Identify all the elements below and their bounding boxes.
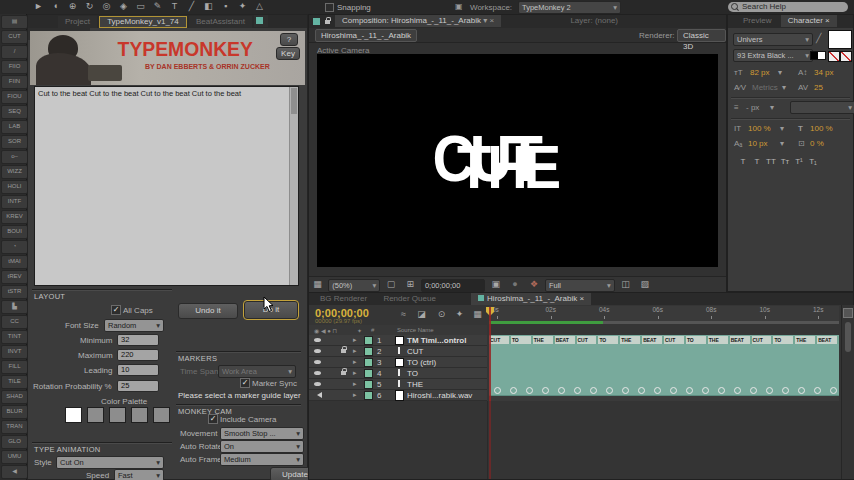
audio-keyframe-dot[interactable] bbox=[814, 387, 821, 394]
tracking-value[interactable]: 25 bbox=[814, 83, 823, 92]
fill-color-swatch[interactable] bbox=[828, 30, 852, 49]
dock-item-7[interactable]: LAB bbox=[1, 120, 28, 134]
zoom-dropdown[interactable]: (50%)▾ bbox=[328, 279, 380, 292]
hide-shy-icon[interactable]: ⊙ bbox=[433, 308, 450, 321]
resolution-dropdown[interactable]: Full▾ bbox=[545, 279, 615, 292]
baseline-shift-value[interactable]: 10 px bbox=[748, 139, 768, 148]
auto-frame-dropdown[interactable]: Medium▾ bbox=[220, 453, 304, 466]
dock-item-12[interactable]: INTF bbox=[1, 195, 28, 209]
dock-item-30[interactable]: ◀ bbox=[1, 465, 28, 479]
lyrics-textarea[interactable]: Cut to the beat Cut to the beat Cut to t… bbox=[34, 86, 299, 286]
dock-item-2[interactable]: / bbox=[1, 45, 28, 59]
dock-item-17[interactable]: tREV bbox=[1, 270, 28, 284]
palette-swatch-3[interactable] bbox=[109, 407, 126, 423]
safe-zones-icon[interactable]: ▢ bbox=[382, 277, 399, 292]
kerning-arrow[interactable]: ▾ bbox=[782, 83, 786, 92]
transparency-grid-icon[interactable]: ▨ bbox=[636, 277, 653, 292]
selection-tool-icon[interactable]: ► bbox=[30, 0, 47, 13]
no-stroke-swatch[interactable] bbox=[840, 51, 852, 62]
dock-item-14[interactable]: BOUI bbox=[1, 225, 28, 239]
movement-dropdown[interactable]: Smooth Stop ...▾ bbox=[220, 427, 304, 440]
dock-item-10[interactable]: WIZZ bbox=[1, 165, 28, 179]
show-snapshot-icon[interactable]: ● bbox=[506, 277, 523, 292]
eyedropper-icon[interactable]: ╱ bbox=[816, 33, 821, 43]
audio-keyframe-dot[interactable] bbox=[606, 387, 613, 394]
shape-tool-icon[interactable]: ▭ bbox=[132, 0, 149, 13]
minimum-field[interactable]: 32 bbox=[117, 334, 159, 346]
audio-keyframe-dot[interactable] bbox=[702, 387, 709, 394]
layer-name[interactable]: THE bbox=[407, 380, 423, 389]
brush-tool-icon[interactable]: ╱ bbox=[183, 0, 200, 13]
label-color-chip[interactable] bbox=[364, 369, 373, 378]
baseline-shift-arrow[interactable]: ▾ bbox=[780, 139, 784, 148]
char-font-size-value[interactable]: 82 px bbox=[750, 68, 770, 77]
timeline-marker-13[interactable]: TO bbox=[773, 336, 795, 344]
dock-item-29[interactable]: UMU bbox=[1, 450, 28, 464]
dock-item-20[interactable]: CC bbox=[1, 315, 28, 329]
stroke-color-swatch[interactable] bbox=[810, 51, 826, 60]
grid-options-icon[interactable]: ▦ bbox=[309, 277, 326, 292]
draft-3d-icon[interactable]: ◪ bbox=[413, 308, 430, 321]
audio-keyframe-dot[interactable] bbox=[798, 387, 805, 394]
speaker-icon[interactable] bbox=[314, 392, 322, 398]
timeline-scrollbar[interactable] bbox=[845, 322, 851, 352]
audio-keyframe-dot[interactable] bbox=[750, 387, 757, 394]
channel-icon[interactable]: ❖ bbox=[526, 277, 543, 292]
text-tool-icon[interactable]: T bbox=[166, 0, 183, 13]
tab-character[interactable]: Character × bbox=[781, 15, 837, 27]
camera-tool-icon[interactable]: ◎ bbox=[98, 0, 115, 13]
faux-style-button-5[interactable]: T¹ bbox=[792, 157, 806, 166]
tab-dropdown-icon[interactable]: ▾ bbox=[483, 16, 487, 25]
stroke-style-dropdown[interactable]: ▾ bbox=[790, 101, 854, 114]
source-name-header[interactable]: Source Name bbox=[397, 327, 434, 333]
snapping-checkbox[interactable] bbox=[325, 3, 334, 12]
stroke-width-arrow[interactable]: ▾ bbox=[770, 103, 774, 112]
renderer-button[interactable]: Classic 3D bbox=[677, 29, 726, 42]
dock-item-19[interactable]: ▙ bbox=[1, 300, 28, 314]
audio-keyframe-dot[interactable] bbox=[590, 387, 597, 394]
lock-icon[interactable] bbox=[341, 371, 346, 375]
layer-row-5[interactable]: ▸5THE bbox=[309, 379, 487, 390]
tab-project[interactable]: Project bbox=[58, 16, 97, 28]
layer-name[interactable]: TO (ctrl) bbox=[407, 358, 436, 367]
expand-arrow-icon[interactable]: ▸ bbox=[353, 336, 357, 344]
frame-blend-icon[interactable]: ✦ bbox=[451, 308, 468, 321]
font-size-dropdown[interactable]: Random▾ bbox=[104, 319, 164, 332]
font-style-dropdown[interactable]: 93 Extra Black ...▾ bbox=[733, 49, 813, 62]
faux-style-button-2[interactable]: T bbox=[750, 157, 764, 166]
audio-keyframe-dot[interactable] bbox=[654, 387, 661, 394]
audio-keyframe-dot[interactable] bbox=[510, 387, 517, 394]
label-color-chip[interactable] bbox=[364, 380, 373, 389]
horizontal-scale-value[interactable]: 100 % bbox=[810, 124, 833, 133]
expand-arrow-icon[interactable]: ▸ bbox=[353, 380, 357, 388]
undo-it-button[interactable]: Undo it bbox=[178, 303, 238, 319]
faux-style-button-4[interactable]: Tт bbox=[778, 157, 792, 166]
timeline-marker-3[interactable]: BEAT bbox=[555, 336, 577, 344]
dock-item-6[interactable]: SEQ bbox=[1, 105, 28, 119]
dock-item-8[interactable]: SOR bbox=[1, 135, 28, 149]
dock-item-4[interactable]: FIIN bbox=[1, 75, 28, 89]
dock-item-23[interactable]: FILL bbox=[1, 360, 28, 374]
dock-item-27[interactable]: TRAN bbox=[1, 420, 28, 434]
layer-row-1[interactable]: ▸1TM Timi...ontrol bbox=[309, 335, 487, 346]
layer-name[interactable]: Hiroshi...rabik.wav bbox=[407, 391, 472, 400]
time-span-dropdown[interactable]: Work Area▾ bbox=[218, 365, 296, 378]
audio-track[interactable] bbox=[489, 385, 839, 396]
audio-keyframe-dot[interactable] bbox=[558, 387, 565, 394]
comp-canvas[interactable]: CUT THE bbox=[317, 54, 718, 267]
comp-mini-flowchart-icon[interactable]: ≈ bbox=[395, 308, 412, 321]
timeline-marker-4[interactable]: CUT bbox=[577, 336, 599, 344]
expand-arrow-icon[interactable]: ▸ bbox=[353, 347, 357, 355]
pan-behind-tool-icon[interactable]: ◈ bbox=[115, 0, 132, 13]
dock-item-0[interactable]: ▤ bbox=[1, 15, 28, 29]
eye-icon[interactable] bbox=[314, 371, 321, 375]
snapshot-icon[interactable]: ▣ bbox=[487, 277, 504, 292]
dock-item-11[interactable]: HOLI bbox=[1, 180, 28, 194]
layer-row-4[interactable]: ▸4TO bbox=[309, 368, 487, 379]
eye-icon[interactable] bbox=[314, 360, 321, 364]
audio-keyframe-dot[interactable] bbox=[718, 387, 725, 394]
expand-arrow-icon[interactable]: ▸ bbox=[353, 391, 357, 399]
timeline-marker-0[interactable]: CUT bbox=[489, 336, 511, 344]
layer-row-6[interactable]: ▸6Hiroshi...rabik.wav bbox=[309, 390, 487, 401]
dock-item-18[interactable]: tSTR bbox=[1, 285, 28, 299]
